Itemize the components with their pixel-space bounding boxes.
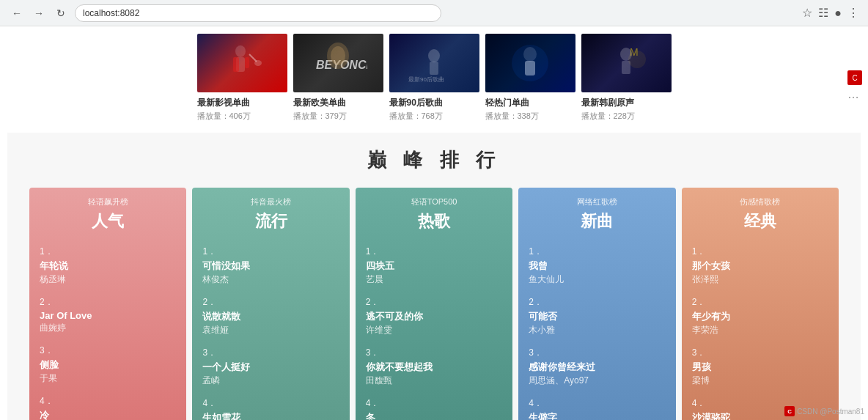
banner-title-2: 最新欧美单曲 [293,97,383,109]
banner-count-5: 播放量：228万 [581,111,672,122]
url-input[interactable] [75,4,441,22]
chart-rege: 轻语TOP500 热歌 1． 四块五 艺晨 2． 逃不可及的你 许维雯 [356,188,512,420]
forward-button[interactable]: → [31,5,47,21]
chart-type-3: 热歌 [363,210,505,232]
peak-section: 巅 峰 排 行 轻语飙升榜 人气 1． 年轮说 杨丞琳 2． Jar Of L [7,133,861,420]
chart-item-4-1[interactable]: 1． 我曾 鱼大仙儿 [529,246,665,286]
chart-body-3: 1． 四块五 艺晨 2． 逃不可及的你 许维雯 3． 你就不要想起我 田馥甄 [356,238,512,420]
chart-num: 4． [40,395,176,408]
chart-item-2-3[interactable]: 3． 一个人挺好 孟嶙 [202,347,339,387]
chart-artist: 曲婉婷 [40,322,176,334]
chart-item-2-2[interactable]: 2． 说散就散 袁维娅 [202,296,339,336]
chart-tag-5: 伤感情歌榜 [689,196,831,207]
chart-item-1-3[interactable]: 3． 侧脸 于果 [40,345,176,385]
chart-item-5-1[interactable]: 1． 那个女孩 张泽熙 [692,246,828,286]
chart-item-4-2[interactable]: 2． 可能否 木小雅 [529,296,665,336]
chart-xinqu: 网络红歌榜 新曲 1． 我曾 鱼大仙儿 2． 可能否 木小雅 3． [518,188,675,420]
watermark-text: CSDN @Postman81 [797,408,864,416]
chart-song: 侧脸 [40,358,176,372]
ellipsis-icon[interactable]: … [847,88,862,101]
chart-jingdian: 伤感情歌榜 经典 1． 那个女孩 张泽熙 2． 年少有为 李荣浩 [682,188,839,420]
chart-num: 1． [40,246,176,258]
chart-item-3-3[interactable]: 3． 你就不要想起我 田馥甄 [366,347,502,387]
chart-song: 男孩 [692,361,828,374]
banner-count-1: 播放量：406万 [197,111,287,122]
banner-image-5: M [581,34,672,92]
chart-song: 生如雪花 [202,411,339,420]
chart-artist: 周思涵、Ayo97 [529,375,665,387]
csdn-logo: C [784,406,795,416]
chart-header-1: 轻语飙升榜 人气 [29,188,186,238]
banner-card-1[interactable]: 最新影视单曲 播放量：406万 [197,34,287,122]
chart-item-1-1[interactable]: 1． 年轮说 杨丞琳 [40,246,176,286]
csdn-icon[interactable]: C [847,70,862,85]
chart-tag-4: 网络红歌榜 [526,196,668,207]
chart-item-1-2[interactable]: 2． Jar Of Love 曲婉婷 [40,296,176,334]
svg-rect-4 [245,57,249,68]
banner-image-2: BEYONCÉ [293,34,383,92]
chart-artist: 艺晨 [366,273,502,286]
chart-tag-2: 抖音最火榜 [199,196,342,207]
browser-chrome: ← → ↻ ☆ ☷ ● ⋮ [0,0,868,26]
chart-artist: 李荣浩 [692,324,828,336]
chart-item-4-3[interactable]: 3． 感谢你曾经来过 周思涵、Ayo97 [529,347,665,387]
chart-item-5-2[interactable]: 2． 年少有为 李荣浩 [692,296,828,336]
chart-item-3-1[interactable]: 1． 四块五 艺晨 [366,246,502,286]
chart-header-2: 抖音最火榜 流行 [192,188,349,238]
chart-item-3-4[interactable]: 4． 冬 好妹妹 [366,397,502,420]
banner-title-4: 轻热门单曲 [485,97,575,109]
chart-header-5: 伤感情歌榜 经典 [682,188,839,238]
svg-point-1 [235,45,246,57]
chart-type-5: 经典 [689,210,831,232]
banner-title-3: 最新90后歌曲 [389,97,479,109]
refresh-button[interactable]: ↻ [53,5,69,21]
chart-type-2: 流行 [199,210,342,232]
svg-point-9 [331,46,345,65]
chart-item-3-2[interactable]: 2． 逃不可及的你 许维雯 [366,296,502,336]
right-sidebar: C … [847,70,862,101]
chart-item-5-3[interactable]: 3． 男孩 梁博 [692,347,828,387]
chart-liuxing: 抖音最火榜 流行 1． 可惜没如果 林俊杰 2． 说散就散 袁维娅 [192,188,349,420]
chart-item-2-4[interactable]: 4． 生如雪花 马天宇 [202,397,339,420]
banner-card-2[interactable]: BEYONCÉ 最新欧美单曲 播放量：379万 [293,34,383,122]
banner-count-2: 播放量：379万 [293,111,383,122]
menu-icon[interactable]: ⋮ [847,6,859,20]
banner-card-4[interactable]: 轻热门单曲 播放量：338万 [485,34,575,122]
chart-header-3: 轻语TOP500 热歌 [356,188,512,238]
chart-song: Jar Of Love [40,310,176,321]
chart-body-5: 1． 那个女孩 张泽熙 2． 年少有为 李荣浩 3． 男孩 梁博 [682,238,839,420]
chart-num: 2． [40,296,176,309]
chart-body-4: 1． 我曾 鱼大仙儿 2． 可能否 木小雅 3． 感谢你曾经来过 周思涵、Ayo… [518,238,675,420]
banner-card-3[interactable]: 最新90后歌曲 最新90后歌曲 播放量：768万 [389,34,479,122]
chart-song: 说散就散 [202,310,339,323]
chart-type-1: 人气 [37,210,179,232]
back-button[interactable]: ← [9,5,25,21]
svg-rect-3 [233,57,239,72]
chart-tag-3: 轻语TOP500 [363,196,505,207]
chart-song: 你就不要想起我 [366,361,502,374]
star-icon[interactable]: ☆ [802,6,812,20]
chart-item-4-4[interactable]: 4． 生僻字 陈珂与 [529,397,665,420]
banner-section: 最新影视单曲 播放量：406万 BEYONCÉ 最新欧美单曲 播放量：379万 [0,26,868,133]
chart-song: 冷 [40,409,176,420]
svg-rect-11 [430,62,438,75]
chart-song: 一个人挺好 [202,361,339,374]
banner-image-3: 最新90后歌曲 [389,34,479,92]
chart-artist: 于果 [40,372,176,385]
chart-body-1: 1． 年轮说 杨丞琳 2． Jar Of Love 曲婉婷 3． 侧脸 于果 [29,238,186,420]
chart-song: 那个女孩 [692,259,828,273]
banner-card-5[interactable]: M 最新韩剧原声 播放量：228万 [581,34,672,122]
svg-point-16 [512,45,548,81]
svg-point-10 [428,49,440,62]
account-icon[interactable]: ● [834,7,842,20]
banner-title-1: 最新影视单曲 [197,97,287,109]
banner-count-3: 播放量：768万 [389,111,479,122]
svg-text:最新90后歌曲: 最新90后歌曲 [408,76,444,83]
chart-song: 可能否 [529,310,665,323]
chart-body-2: 1． 可惜没如果 林俊杰 2． 说散就散 袁维娅 3． 一个人挺好 孟嶙 [192,238,349,420]
chart-item-2-1[interactable]: 1． 可惜没如果 林俊杰 [202,246,339,286]
chart-type-4: 新曲 [526,210,668,232]
extension-icon[interactable]: ☷ [818,6,828,20]
chart-item-1-4[interactable]: 4． 冷 莫文蔚 [40,395,176,420]
chart-song: 年轮说 [40,259,176,273]
